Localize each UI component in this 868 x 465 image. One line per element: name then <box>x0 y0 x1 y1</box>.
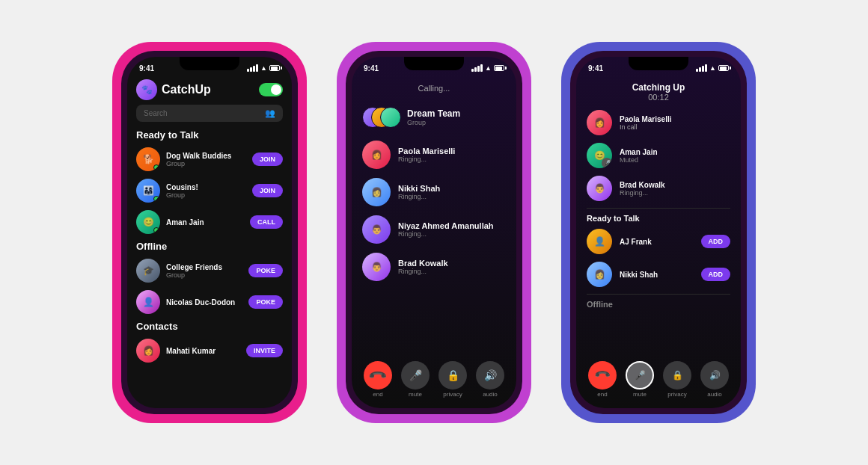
battery-icon-3 <box>718 65 729 71</box>
list-item: 🐕 Dog Walk Buddies Group JOIN <box>127 144 292 175</box>
section-ready-to-talk-3: Ready to Talk <box>576 212 741 225</box>
list-item: 👩 Mahati Kumar INVITE <box>127 335 292 366</box>
end-call-button[interactable]: 📞 <box>364 361 392 389</box>
join-button-dog-walk[interactable]: JOIN <box>252 153 283 166</box>
signal-bars-3 <box>696 64 707 72</box>
contact-name: Aman Jain <box>166 218 244 227</box>
avatar-aman: 😊 <box>136 210 160 234</box>
catching-up-timer: 00:12 <box>585 93 732 102</box>
avatar-cousins: 👨‍👩‍👧 <box>136 179 160 203</box>
calling-header: Calling... <box>352 76 516 99</box>
search-bar[interactable]: Search 👥 <box>136 105 283 122</box>
calling-info-paola: Paola Mariselli Ringing... <box>398 147 455 163</box>
bar1 <box>247 69 249 72</box>
catchup-app-icon: 🐾 <box>136 79 157 100</box>
bar2 <box>474 67 477 72</box>
avatar-brad-calling: 👨 <box>362 253 391 281</box>
section-offline: Offline <box>127 238 292 255</box>
wifi-icon-2: ▲ <box>485 64 492 72</box>
call-button-aman[interactable]: CALL <box>250 215 283 229</box>
bar4 <box>256 64 258 72</box>
add-button-aj[interactable]: ADD <box>701 235 731 248</box>
wifi-icon-1: ▲ <box>260 64 267 72</box>
calling-info-niyaz: Niyaz Ahmed Amanullah Ringing... <box>398 221 494 238</box>
in-call-info-aj: AJ Frank <box>620 238 652 246</box>
bar3 <box>477 66 480 72</box>
notch-2 <box>404 57 464 70</box>
phone-2-outer: 9:41 ▲ Calling... <box>337 42 531 423</box>
online-dot <box>153 164 159 170</box>
contact-sub: Group <box>166 160 246 167</box>
battery-icon-2 <box>494 65 504 71</box>
contact-name: College Friends <box>166 263 242 271</box>
catching-up-title: Catching Up <box>585 82 732 93</box>
mute-button-3[interactable]: 🎤 <box>626 361 654 389</box>
caller-status: Ringing... <box>398 155 455 163</box>
in-call-name: Aman Jain <box>620 148 658 156</box>
privacy-button[interactable]: 🔒 <box>438 361 467 389</box>
audio-wrap-3: 🔊 audio <box>700 361 729 398</box>
contact-name: Nicolas Duc-Dodon <box>166 298 242 307</box>
in-call-info-aman: Aman Jain Muted <box>620 148 658 164</box>
dream-team-row: Dream Team Group <box>352 99 516 136</box>
audio-label: audio <box>483 391 498 398</box>
caller-status: Ringing... <box>398 193 440 200</box>
avatar-brad-incall: 👨 <box>587 176 612 201</box>
search-placeholder: Search <box>144 109 168 117</box>
status-icons-1: ▲ <box>247 64 280 72</box>
contact-info-aman: Aman Jain <box>166 218 244 227</box>
contact-name: Dog Walk Buddies <box>166 152 246 160</box>
contact-info-nicolas: Nicolas Duc-Dodon <box>166 298 242 307</box>
battery-icon-1 <box>269 65 280 71</box>
app-toggle[interactable] <box>259 83 283 96</box>
avatar-paola-calling: 👩 <box>362 141 391 169</box>
speaker-icon: 🔊 <box>484 369 497 381</box>
in-call-status: Ringing... <box>620 189 665 197</box>
caller-name: Paola Mariselli <box>398 147 455 155</box>
dream-av3 <box>380 107 401 128</box>
join-button-cousins[interactable]: JOIN <box>252 184 283 197</box>
time-1: 9:41 <box>139 64 154 73</box>
avatar-aj: 👤 <box>587 229 612 254</box>
dream-team-info: Dream Team Group <box>407 108 460 126</box>
audio-wrap: 🔊 audio <box>476 361 504 398</box>
list-item: 👨 Brad Kowalk Ringing... <box>352 248 516 286</box>
divider-2 <box>587 294 730 295</box>
phone-1-outer: 9:41 ▲ 🐾 <box>112 42 307 423</box>
end-call-button-3[interactable]: 📞 <box>588 361 617 389</box>
bar1 <box>471 69 474 72</box>
audio-button[interactable]: 🔊 <box>476 361 504 389</box>
avatar-nicolas: 👤 <box>136 290 160 314</box>
list-item: 👩 Paola Mariselli Ringing... <box>352 136 516 173</box>
section-offline-3: Offline <box>576 298 741 311</box>
dream-team-avatars <box>362 103 400 132</box>
in-call-status: Muted <box>620 156 658 164</box>
invite-button-mahati[interactable]: INVITE <box>246 344 283 357</box>
calling-info-nikki: Nikki Shah Ringing... <box>398 184 440 200</box>
poke-button-college[interactable]: POKE <box>248 264 283 277</box>
privacy-button-3[interactable]: 🔒 <box>663 361 691 389</box>
poke-button-nicolas[interactable]: POKE <box>248 295 283 309</box>
catching-up-header: Catching Up 00:12 <box>576 76 741 106</box>
end-label-3: end <box>597 391 607 398</box>
mic-icon-3: 🎤 <box>635 370 646 381</box>
phone-end-icon-3: 📞 <box>593 366 611 384</box>
bar2 <box>250 67 252 72</box>
contact-info-dog-walk: Dog Walk Buddies Group <box>166 152 246 167</box>
calling-info-brad: Brad Kowalk Ringing... <box>398 259 448 275</box>
online-dot <box>153 227 159 233</box>
phone-3-screen: 9:41 ▲ Catching Up 00:12 <box>576 57 741 408</box>
list-item: 👩 Nikki Shah ADD <box>576 258 741 291</box>
audio-button-3[interactable]: 🔊 <box>700 361 729 389</box>
call-controls-2: 📞 end 🎤 mute 🔒 privacy <box>352 354 516 408</box>
status-icons-2: ▲ <box>471 64 504 72</box>
bar3 <box>253 66 255 72</box>
avatar-paola-incall: 👩 <box>587 110 612 135</box>
mute-button[interactable]: 🎤 <box>401 361 430 389</box>
caller-status: Ringing... <box>398 230 494 238</box>
add-button-nikki[interactable]: ADD <box>701 268 731 281</box>
list-item: 👤 AJ Frank ADD <box>576 225 741 258</box>
time-2: 9:41 <box>364 64 379 73</box>
section-contacts: Contacts <box>127 318 292 335</box>
mute-wrap: 🎤 mute <box>401 361 430 398</box>
